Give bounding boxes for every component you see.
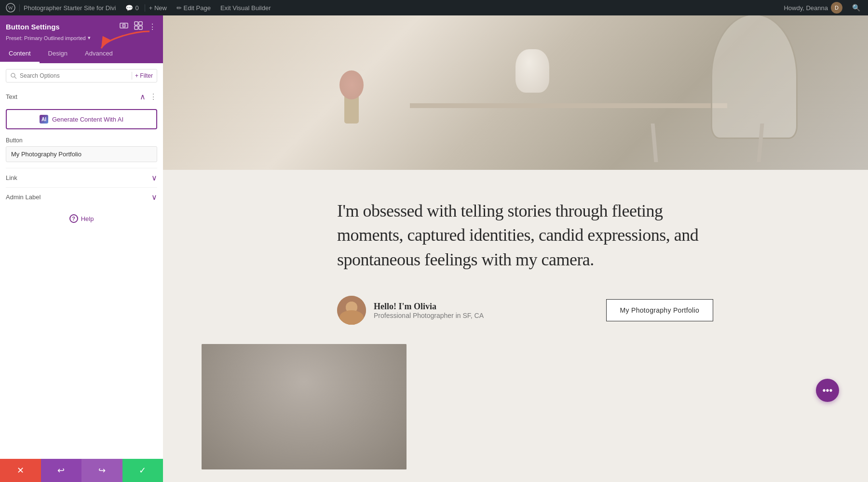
button-text-input[interactable] — [6, 146, 157, 162]
svg-point-15 — [259, 363, 337, 421]
text-section-collapse-button[interactable]: ∧ — [140, 92, 146, 101]
section-controls: ∧ ⋮ — [140, 92, 157, 101]
hero-quote: I'm obsessed with telling stories throug… — [337, 199, 713, 272]
ai-generate-button[interactable]: AI Generate Content With AI — [6, 109, 157, 129]
svg-point-11 — [337, 296, 366, 325]
chair-leg2-decoration — [651, 124, 658, 162]
comment-count: 0 — [135, 4, 138, 12]
howdy-label: Howdy, Deanna D — [780, 2, 846, 14]
save-button[interactable]: ✓ — [122, 459, 163, 482]
help-label: Help — [81, 215, 94, 222]
help-icon: ? — [69, 214, 78, 223]
svg-line-10 — [14, 77, 16, 79]
undo-button[interactable]: ↩ — [41, 459, 82, 482]
fab-dots-icon: ••• — [822, 385, 832, 396]
portfolio-button-container: My Photography Portfolio — [606, 299, 713, 321]
panel-title: Button Settings — [6, 23, 60, 31]
svg-rect-6 — [139, 22, 142, 25]
bottom-content: ••• — [163, 344, 868, 482]
admin-label-section-expand-button[interactable]: ∨ — [151, 193, 157, 202]
admin-label-section: Admin Label ∨ — [6, 187, 157, 207]
help-section[interactable]: ? Help — [6, 207, 157, 231]
comment-bubble[interactable]: 💬 0 — [122, 4, 142, 12]
undo-icon: ↩ — [57, 465, 65, 476]
red-arrow-annotation — [96, 29, 154, 55]
user-avatar: D — [831, 2, 842, 14]
search-icon — [10, 72, 17, 79]
cancel-icon: ✕ — [17, 465, 24, 476]
author-row: Hello! I'm Olivia Professional Photograp… — [337, 296, 713, 325]
redo-button[interactable]: ↪ — [81, 459, 122, 482]
text-section-menu-button[interactable]: ⋮ — [149, 92, 157, 101]
comment-icon: 💬 — [125, 4, 133, 12]
svg-rect-4 — [122, 24, 125, 27]
search-options-input[interactable] — [20, 72, 129, 79]
main-area: Button Settings — [0, 15, 868, 482]
author-name: Hello! I'm Olivia — [374, 302, 598, 312]
link-section: Link ∨ — [6, 168, 157, 187]
search-bar: + Filter — [6, 69, 157, 83]
edit-page-button[interactable]: ✏ Edit Page — [173, 4, 215, 12]
cancel-button[interactable]: ✕ — [0, 459, 41, 482]
svg-rect-16 — [250, 416, 358, 420]
content-area: I'm obsessed with telling stories throug… — [163, 15, 868, 482]
site-name[interactable]: Photographer Starter Site for Divi — [19, 4, 120, 12]
link-section-header[interactable]: Link ∨ — [6, 173, 157, 182]
button-field-label: Button — [6, 137, 157, 144]
new-button[interactable]: + New — [145, 4, 171, 12]
text-section-title: Text — [6, 93, 17, 100]
panel-footer: ✕ ↩ ↪ ✓ — [0, 459, 163, 482]
redo-icon: ↪ — [98, 465, 106, 476]
plant-decoration — [339, 75, 364, 124]
tab-content[interactable]: Content — [0, 45, 40, 63]
svg-text:W: W — [8, 5, 14, 11]
search-icon[interactable]: 🔍 — [848, 4, 864, 12]
svg-point-12 — [346, 302, 357, 313]
vase-decoration — [515, 49, 549, 93]
content-section: I'm obsessed with telling stories throug… — [298, 170, 732, 344]
chair-decoration — [711, 15, 798, 139]
text-section-header: Text ∧ ⋮ — [6, 88, 157, 105]
filter-button[interactable]: + Filter — [135, 72, 153, 79]
svg-rect-5 — [135, 22, 138, 25]
admin-label-section-header[interactable]: Admin Label ∨ — [6, 193, 157, 202]
admin-label-section-title: Admin Label — [6, 193, 41, 201]
fab-button[interactable]: ••• — [816, 379, 839, 402]
panel-body: + Filter Text ∧ ⋮ AI Generate Content Wi… — [0, 63, 163, 459]
left-panel: Button Settings — [0, 15, 163, 482]
admin-bar: W Photographer Starter Site for Divi 💬 0… — [0, 0, 868, 15]
preset-chevron-icon: ▾ — [88, 35, 91, 41]
portfolio-button[interactable]: My Photography Portfolio — [606, 299, 713, 321]
author-info: Hello! I'm Olivia Professional Photograp… — [374, 302, 598, 319]
link-section-title: Link — [6, 174, 17, 181]
hero-image — [163, 15, 868, 170]
svg-rect-14 — [202, 344, 407, 469]
bottom-image — [202, 344, 407, 469]
hero-image-bg — [163, 15, 868, 170]
save-icon: ✓ — [139, 465, 146, 476]
divider — [132, 72, 132, 80]
wp-logo-icon[interactable]: W — [4, 1, 17, 14]
link-section-expand-button[interactable]: ∨ — [151, 173, 157, 182]
svg-point-13 — [343, 314, 360, 325]
ai-icon: AI — [40, 115, 48, 124]
author-avatar — [337, 296, 366, 325]
exit-builder-button[interactable]: Exit Visual Builder — [217, 4, 275, 12]
author-title: Professional Photographer in SF, CA — [374, 312, 598, 319]
svg-point-9 — [11, 73, 15, 77]
tab-design[interactable]: Design — [40, 45, 76, 63]
ai-generate-label: Generate Content With AI — [52, 116, 123, 123]
shelf-decoration — [410, 103, 727, 108]
